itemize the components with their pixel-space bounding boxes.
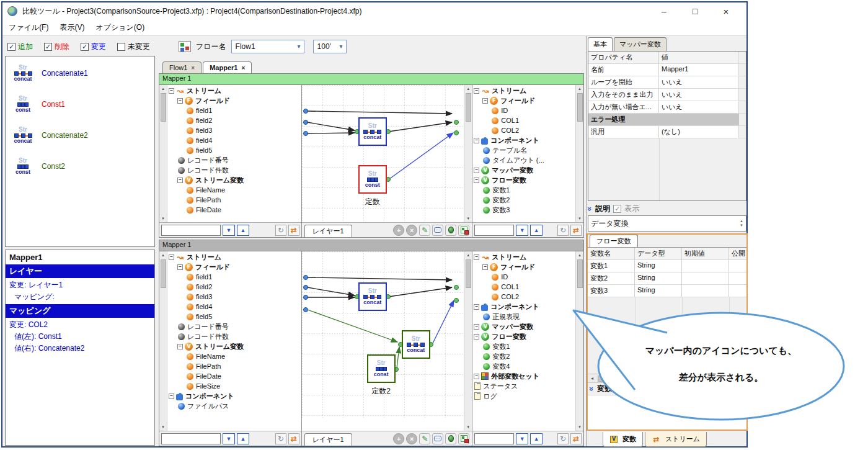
const-node[interactable]: Str const (367, 354, 396, 383)
tree-item[interactable]: ストリーム変数 (167, 341, 301, 351)
tree-item[interactable]: COL1 (472, 282, 575, 292)
tree-item[interactable]: レコード件数 (167, 331, 301, 341)
tree-expander-icon[interactable] (482, 98, 488, 104)
tree-expander-icon[interactable] (474, 334, 479, 340)
tree-item[interactable]: フィールド (167, 96, 301, 106)
tree-item[interactable]: field5 (167, 145, 301, 155)
remove-layer-button[interactable] (406, 433, 417, 444)
menu-item[interactable]: 表示(V) (60, 22, 84, 33)
tree-item[interactable]: COL2 (472, 125, 575, 135)
property-row[interactable]: ループを開始 いいえ (588, 76, 746, 89)
tree-item[interactable]: field5 (167, 312, 301, 322)
tree-expander-icon[interactable] (177, 344, 183, 349)
concat-node[interactable]: Str concat (358, 117, 387, 146)
tree-expander-icon[interactable] (474, 168, 479, 173)
property-value[interactable]: いいえ (659, 101, 738, 113)
tree-item[interactable]: field3 (167, 292, 301, 302)
tree-item[interactable]: ID (472, 272, 575, 282)
refresh-icon[interactable] (275, 433, 286, 444)
tree-item[interactable]: フィールド (472, 262, 575, 272)
tree-item[interactable]: レコード番号 (167, 322, 301, 331)
diff-filter-checkbox[interactable]: 追加 (7, 42, 33, 52)
reload-schema-icon[interactable] (570, 225, 582, 236)
edit-button[interactable] (419, 225, 430, 236)
tree-item[interactable]: field1 (167, 272, 301, 282)
tree-item[interactable]: FileDate (167, 371, 301, 381)
show-checkbox[interactable] (613, 205, 621, 213)
tree-item[interactable]: ストリーム (472, 86, 575, 96)
concat2-node[interactable]: Str concat (402, 330, 430, 359)
tree-expander-icon[interactable] (177, 178, 183, 183)
edit-button[interactable] (419, 433, 430, 444)
tree-item[interactable]: 変数1 (472, 185, 575, 195)
comment-button[interactable] (432, 433, 443, 444)
tree-item[interactable]: ストリーム (167, 252, 301, 262)
property-row[interactable]: エラー処理 (588, 114, 746, 126)
diff-filter-checkbox[interactable]: 変更 (81, 42, 106, 52)
refresh-icon[interactable] (557, 225, 569, 236)
scrollbar[interactable] (159, 85, 167, 222)
search-next-button[interactable] (223, 433, 235, 444)
title-bar[interactable]: 比較ツール - Project3(ComparisonSource-Projec… (2, 2, 746, 20)
tree-item[interactable]: レコード件数 (167, 165, 301, 175)
tree-item[interactable]: FileSize (167, 381, 301, 391)
property-value[interactable]: いいえ (659, 89, 738, 101)
canvas-scrollbar[interactable] (464, 251, 472, 431)
spinner-icon[interactable] (740, 219, 743, 227)
tree-item[interactable]: 変数2 (472, 195, 575, 205)
reload-schema-icon[interactable] (288, 433, 299, 444)
tree-item[interactable]: field3 (167, 125, 301, 135)
tab-flow-variables[interactable]: フロー変数 (590, 235, 638, 247)
chevron-down-icon[interactable] (586, 206, 594, 210)
tree-expander-icon[interactable] (474, 254, 479, 260)
tree-item[interactable]: レコード番号 (167, 155, 301, 165)
tree-item[interactable]: ストリーム変数 (167, 175, 301, 185)
tree-item[interactable]: タイムアウト (... (472, 155, 575, 165)
tree-item[interactable]: field4 (167, 135, 301, 145)
tab-basic[interactable]: 基本 (588, 37, 613, 51)
tree-item[interactable]: FileName (167, 185, 301, 195)
tab-close-icon[interactable]: × (191, 65, 195, 71)
layer-tab[interactable]: レイヤー1 (304, 225, 352, 237)
tree-expander-icon[interactable] (474, 304, 479, 310)
add-layer-button[interactable] (393, 225, 404, 236)
diff-filter-checkbox[interactable]: 未変更 (117, 42, 150, 52)
editor-tab[interactable]: Mapper1 × (203, 61, 252, 73)
refresh-icon[interactable] (557, 433, 569, 444)
search-prev-button[interactable] (530, 433, 542, 444)
auto-layout-button[interactable] (458, 433, 469, 444)
concat-node[interactable]: Str concat (358, 282, 387, 311)
flow-variable-row[interactable]: 変数2 String (588, 272, 746, 285)
menu-item[interactable]: オプション(O) (95, 22, 144, 33)
tab-close-icon[interactable]: × (241, 65, 245, 71)
tree-item[interactable]: FilePath (167, 195, 301, 205)
tree-expander-icon[interactable] (177, 264, 183, 270)
tree-expander-icon[interactable] (474, 138, 479, 143)
auto-layout-button[interactable] (458, 225, 469, 236)
search-prev-button[interactable] (237, 225, 249, 236)
diff-list-item[interactable]: Str const Const1 (6, 89, 154, 120)
tree-item[interactable]: コンポーネント (167, 391, 301, 401)
tree-item[interactable]: ストリーム (472, 252, 575, 262)
tree-item[interactable]: コンポーネント (472, 135, 575, 145)
property-row[interactable]: 汎用 (なし) (588, 126, 746, 138)
search-prev-button[interactable] (237, 433, 249, 444)
bottom-tab[interactable]: 変数 (603, 432, 643, 447)
diff-list-item[interactable]: Str concat Concatenate2 (6, 120, 154, 151)
layer-tab[interactable]: レイヤー1 (304, 433, 352, 446)
remove-layer-button[interactable] (406, 225, 417, 236)
tree-expander-icon[interactable] (169, 254, 174, 260)
tree-item[interactable]: フロー変数 (472, 175, 575, 185)
property-value[interactable]: (なし) (659, 126, 738, 138)
tab-mapper-variables[interactable]: マッパー変数 (614, 37, 666, 51)
comment-button[interactable] (432, 225, 443, 236)
tree-search-input[interactable] (474, 225, 514, 236)
search-next-button[interactable] (516, 433, 528, 444)
search-next-button[interactable] (516, 225, 528, 236)
zoom-select[interactable]: 100' (313, 40, 347, 53)
bottom-tab[interactable]: ストリーム (645, 432, 707, 447)
diff-filter-checkbox[interactable]: 削除 (44, 42, 69, 52)
tree-item[interactable]: FileDate (167, 205, 301, 215)
tree-search-input[interactable] (161, 225, 221, 236)
tree-item[interactable]: テーブル名 (472, 145, 575, 155)
